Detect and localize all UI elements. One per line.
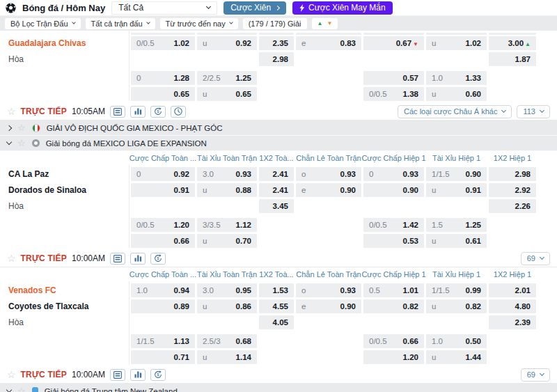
column-header[interactable]: Chẵn Lẻ Toàn Trận (296, 154, 361, 162)
odds-cell[interactable]: 2.92 (489, 183, 536, 197)
odds-cell[interactable]: 2/2.51.25 (197, 71, 257, 85)
odds-cell[interactable]: 2.5/30.68 (197, 334, 257, 348)
odds-cell[interactable]: o0.93 (296, 283, 361, 297)
odds-cell[interactable]: 1.87 (489, 52, 536, 66)
odds-cell[interactable]: 1.20 (363, 350, 424, 364)
all-matches-chip[interactable]: Tất cả trận đấu (86, 18, 155, 29)
time-range-chip[interactable]: Từ trước đến nay (160, 18, 238, 29)
star-icon[interactable]: ☆ (7, 253, 16, 263)
team-name[interactable]: Venados FC (0, 283, 129, 297)
star-icon[interactable]: ☆ (17, 386, 26, 392)
star-icon[interactable]: ☆ (17, 123, 26, 132)
stats-icon[interactable] (130, 369, 146, 381)
draw-label[interactable]: Hòa (0, 199, 129, 213)
team-name[interactable]: CA La Paz (0, 167, 129, 181)
odds-cell[interactable]: u0.60 (426, 87, 487, 101)
odds-cell[interactable]: 2.01 (489, 283, 536, 297)
odds-cell[interactable]: 4.80 (489, 299, 536, 313)
more-bets-chip[interactable]: 69 (521, 368, 550, 382)
odds-cell[interactable]: u0.92 (197, 36, 257, 50)
odds-cell[interactable]: 2.35 (259, 36, 294, 50)
odds-cell[interactable]: 1.01.33 (426, 71, 487, 85)
odds-cell[interactable]: u0.65 (197, 87, 257, 101)
parlay-button[interactable]: Cược Xiên (223, 1, 286, 15)
odds-cell[interactable]: 2.98 (489, 167, 536, 181)
odds-cell[interactable]: 4.05 (259, 315, 294, 329)
odds-cell[interactable]: e0.90 (296, 183, 361, 197)
column-header[interactable]: Tài Xỉu Toàn Trận (197, 154, 257, 162)
column-header[interactable]: 1X2 Toà... (259, 270, 293, 279)
stats-icon[interactable] (130, 253, 146, 265)
odds-cell[interactable]: 0.71 (131, 350, 195, 364)
odds-cell[interactable]: u1.14 (197, 350, 257, 364)
odds-cell[interactable]: 01.28 (131, 71, 195, 85)
column-header[interactable]: Tài Xỉu Toàn Trận (197, 270, 257, 279)
odds-cell[interactable]: 3.45 (259, 199, 294, 213)
odds-cell[interactable]: u0.70 (197, 234, 257, 248)
column-header[interactable]: Tài Xỉu Hiệp 1 (432, 270, 480, 279)
league-header-liga-de-expansion[interactable]: ☆ Giải bóng đá MEXICO LIGA DE EXPANSION (0, 136, 557, 151)
odds-cell[interactable]: 0/0.51.38 (363, 87, 424, 101)
odds-cell[interactable]: 0/0.50.66 (363, 334, 424, 348)
column-header[interactable]: 1X2 Hiệp 1 (494, 270, 531, 279)
odds-cell[interactable]: 2.41 (259, 183, 294, 197)
match-tracker-icon[interactable] (110, 106, 125, 118)
star-icon[interactable]: ☆ (17, 139, 26, 148)
star-icon[interactable]: ☆ (7, 370, 16, 379)
odds-cell[interactable]: 2.26 (489, 199, 536, 213)
clock-icon[interactable] (171, 106, 186, 118)
odds-cell[interactable]: 1/1.51.13 (131, 334, 195, 348)
odds-cell[interactable]: e0.90 (296, 299, 361, 313)
odds-cell[interactable]: u0.82 (426, 299, 487, 313)
odds-cell[interactable]: 0.82 (363, 299, 424, 313)
team-name[interactable]: Coyotes de Tlaxcala (0, 299, 129, 313)
odds-cell[interactable]: 0.66 (131, 234, 195, 248)
column-header[interactable]: Tài Xỉu Hiệp 1 (432, 154, 480, 162)
match-tracker-icon[interactable] (110, 253, 125, 265)
odds-cell[interactable]: 0.89 (131, 299, 195, 313)
league-header-mexico-corners[interactable]: ☆ GIẢI VÔ ĐỊCH QUỐC GIA MEXICO - PHẠT GÓ… (0, 120, 557, 136)
column-header[interactable]: Cược Chấp Hiệp 1 (361, 270, 425, 279)
league-header-new-zealand[interactable]: ☆ Giải bóng đá Trung tâm New Zealand (0, 384, 557, 392)
column-header[interactable]: Chẵn Lẻ Toàn Trận (296, 270, 361, 279)
odds-cell[interactable]: 00.93 (363, 167, 424, 181)
odds-cell[interactable]: 0.91 (131, 183, 195, 197)
stats-icon[interactable] (130, 106, 146, 118)
league-count-chip[interactable]: (179 / 179) Giải (243, 18, 307, 29)
odds-cell[interactable]: u0.91 (426, 183, 487, 197)
sort-button[interactable]: ▲ ▼ (312, 18, 338, 29)
odds-cell[interactable]: 0/0.51.02 (131, 36, 195, 50)
odds-cell[interactable]: 1/1.50.99 (426, 283, 487, 297)
odds-cell[interactable]: 1.51.25 (426, 218, 487, 232)
odds-cell[interactable]: 0.90 (363, 183, 424, 197)
odds-cell[interactable]: u1.44 (426, 350, 487, 364)
odds-cell[interactable]: 1/1.50.90 (426, 167, 487, 181)
column-header[interactable]: 1X2 Hiệp 1 (494, 154, 531, 162)
odds-cell[interactable]: u0.61 (426, 234, 487, 248)
odds-cell[interactable]: 0/0.51.42 (363, 218, 424, 232)
odds-cell[interactable]: u0.86 (197, 299, 257, 313)
cashout-icon[interactable]: $ (150, 369, 166, 381)
odds-cell[interactable]: 2.39 (489, 315, 536, 329)
match-filter-chip[interactable]: Bộ Lọc Trận Đấu (5, 18, 81, 29)
odds-cell[interactable]: u1.02 (426, 36, 487, 50)
odds-cell[interactable]: 3.00.95 (197, 283, 257, 297)
odds-cell[interactable]: 3.00▲ (489, 36, 536, 50)
odds-cell[interactable]: 0.57 (363, 71, 424, 85)
odds-cell[interactable]: 1.00.50 (426, 334, 487, 348)
odds-cell[interactable]: 2.41 (259, 167, 294, 181)
star-icon[interactable]: ☆ (7, 107, 16, 116)
odds-cell[interactable]: 0.67▼ (363, 36, 424, 50)
odds-cell[interactable]: 0.65 (131, 87, 195, 101)
league-filter-select[interactable]: Tất Cả (111, 1, 217, 15)
odds-cell[interactable]: 1.00.94 (131, 283, 195, 297)
team-name[interactable]: Dorados de Sinaloa (0, 183, 129, 197)
cashout-icon[interactable]: $ (150, 106, 166, 118)
team-name[interactable]: Guadalajara Chivas (0, 36, 129, 50)
lucky-parlay-button[interactable]: Cược Xiên May Mắn (292, 1, 393, 15)
odds-cell[interactable]: 4.55 (259, 299, 294, 313)
column-header[interactable]: Cược Chấp Toàn ... (130, 270, 196, 279)
more-bets-chip[interactable]: Các loại cược Châu Á khác (398, 105, 512, 118)
odds-cell[interactable]: 0/0.51.20 (131, 218, 195, 232)
odds-cell[interactable]: 1.53 (259, 283, 294, 297)
